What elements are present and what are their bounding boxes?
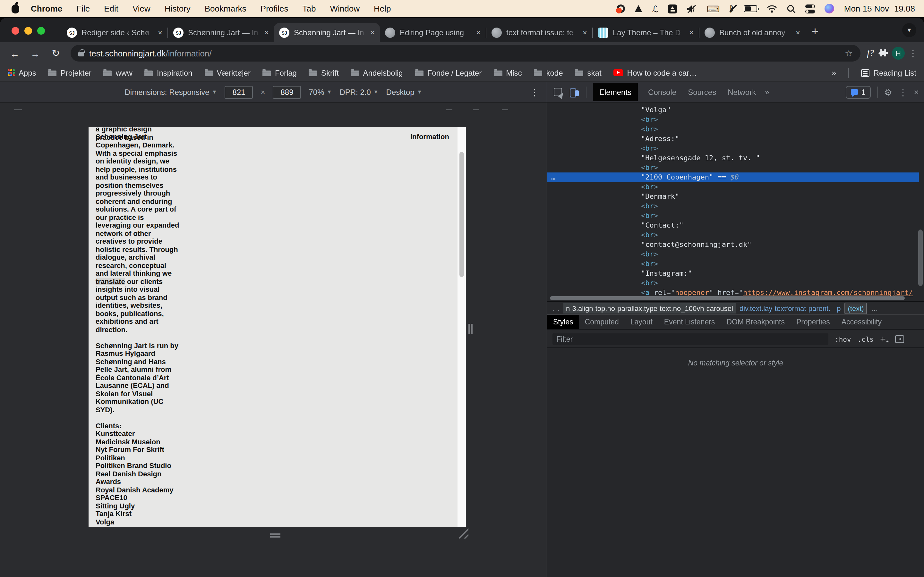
- bookmark-www[interactable]: www: [103, 68, 132, 77]
- device-type-select[interactable]: Desktop ▼: [386, 87, 422, 97]
- new-style-rule-button[interactable]: +: [880, 334, 889, 344]
- zoom-select[interactable]: 70% ▼: [309, 87, 332, 97]
- recording-icon[interactable]: [617, 3, 625, 14]
- apple-menu-icon[interactable]: [11, 4, 19, 13]
- tab-close-icon[interactable]: ×: [796, 28, 800, 37]
- bookmark-how-to-code-a-car-[interactable]: How to code a car…: [614, 68, 697, 77]
- menu-item-file[interactable]: File: [76, 4, 90, 13]
- control-center-icon[interactable]: [806, 3, 815, 14]
- menu-item-profiles[interactable]: Profiles: [260, 4, 288, 13]
- dom-node-row[interactable]: "Adress:": [548, 134, 919, 143]
- dom-node-row[interactable]: <br>: [548, 143, 919, 153]
- viewport-resize-handle-corner[interactable]: [458, 528, 468, 538]
- styles-tab-dom-breakpoints[interactable]: DOM Breakpoints: [720, 315, 790, 329]
- keyboard-icon[interactable]: ⌨: [707, 3, 720, 14]
- dom-node-row[interactable]: <br>: [548, 250, 919, 259]
- dom-node-row[interactable]: "Volga": [548, 105, 919, 115]
- bookmark-star-icon[interactable]: ☆: [845, 48, 853, 58]
- issues-counter[interactable]: 1: [846, 85, 871, 98]
- mute-icon[interactable]: [687, 3, 697, 14]
- bookmark-skrift[interactable]: Skrift: [309, 68, 339, 77]
- device-toolbar-toggle-icon[interactable]: [569, 87, 580, 97]
- tab-close-icon[interactable]: ×: [583, 28, 587, 37]
- tab-close-icon[interactable]: ×: [689, 28, 694, 37]
- page-scrollbar-track[interactable]: [457, 127, 466, 527]
- node-menu-dots[interactable]: …: [551, 172, 556, 182]
- devtools-tab-sources[interactable]: Sources: [687, 83, 717, 101]
- menu-item-chrome[interactable]: Chrome: [31, 4, 62, 13]
- menu-item-tab[interactable]: Tab: [302, 4, 316, 13]
- menu-item-edit[interactable]: Edit: [104, 4, 118, 13]
- viewport-height-input[interactable]: [273, 85, 301, 98]
- battery-icon[interactable]: [744, 3, 758, 14]
- address-bar[interactable]: test.schonningjart.dk/information/ ☆: [71, 45, 861, 61]
- styles-tab-properties[interactable]: Properties: [790, 315, 836, 329]
- dimensions-select[interactable]: Dimensions: Responsive ▼: [124, 87, 217, 97]
- reload-button[interactable]: ↻: [47, 47, 64, 59]
- page-scrollbar-thumb[interactable]: [459, 152, 464, 277]
- menu-item-history[interactable]: History: [165, 4, 191, 13]
- dom-node-row[interactable]: "Instagram:": [548, 269, 919, 278]
- dom-node-row[interactable]: "Helgesensgade 12, st. tv. ": [548, 153, 919, 163]
- tab-7[interactable]: Bunch of old annoy×: [699, 23, 805, 42]
- breadcrumb-item[interactable]: …: [869, 303, 881, 313]
- bookmark-apps[interactable]: Apps: [8, 68, 36, 77]
- devtools-tab-console[interactable]: Console: [647, 83, 678, 101]
- wifi-icon[interactable]: [767, 3, 777, 14]
- viewport-resize-handle-bottom[interactable]: [270, 533, 280, 538]
- site-title[interactable]: Schønning Jart: [95, 133, 147, 140]
- spotlight-icon[interactable]: [787, 3, 796, 14]
- styles-filter-input[interactable]: [552, 333, 829, 345]
- tab-4[interactable]: Editing Page using×: [380, 23, 486, 42]
- maximize-window-button[interactable]: [37, 27, 45, 35]
- dom-node-row[interactable]: <br>: [548, 163, 919, 172]
- inspect-element-icon[interactable]: [552, 87, 563, 97]
- devtools-horizontal-scrollbar[interactable]: [550, 296, 905, 300]
- siri-icon[interactable]: [825, 3, 835, 14]
- minimize-window-button[interactable]: [24, 27, 32, 35]
- profile-avatar[interactable]: H: [892, 47, 905, 60]
- eject-icon[interactable]: [668, 3, 677, 14]
- viewport-resize-handle-right[interactable]: [468, 324, 473, 334]
- sidebar-toggle-icon[interactable]: ◂: [895, 335, 905, 343]
- dom-node-row[interactable]: <br>: [548, 124, 919, 134]
- element-class-toggle[interactable]: .cls: [858, 335, 874, 343]
- bookmark-kode[interactable]: kode: [534, 68, 563, 77]
- devtools-tab-network[interactable]: Network: [726, 83, 757, 101]
- tab-6[interactable]: Lay Theme – The D×: [593, 23, 699, 42]
- styles-tab-styles[interactable]: Styles: [548, 315, 579, 329]
- bluetooth-off-icon[interactable]: ᛒ: [729, 3, 734, 14]
- new-tab-button[interactable]: +: [812, 25, 819, 39]
- extension-f-icon[interactable]: f?: [867, 48, 874, 58]
- bookmark-projekter[interactable]: Projekter: [48, 68, 91, 77]
- dom-node-row[interactable]: …"2100 Copenhagen" == $0: [548, 172, 919, 182]
- breadcrumb-item[interactable]: p: [834, 303, 843, 313]
- devtools-tab-elements[interactable]: Elements: [593, 83, 638, 101]
- menu-item-window[interactable]: Window: [330, 4, 360, 13]
- bookmark-forlag[interactable]: Forlag: [263, 68, 297, 77]
- tab-2[interactable]: SJSchønning Jart — In×: [168, 23, 274, 42]
- dom-node-row[interactable]: "contact@schonningjart.dk": [548, 240, 919, 250]
- bookmark-v-rkt-jer[interactable]: Værktøjer: [205, 68, 250, 77]
- close-window-button[interactable]: [11, 27, 19, 35]
- tab-close-icon[interactable]: ×: [158, 28, 162, 37]
- styles-tab-computed[interactable]: Computed: [579, 315, 625, 329]
- lock-icon[interactable]: [78, 52, 84, 56]
- dpr-select[interactable]: DPR: 2.0 ▼: [339, 87, 378, 97]
- more-tabs-button[interactable]: »: [764, 83, 771, 101]
- information-nav-link[interactable]: Information: [410, 133, 449, 140]
- back-button[interactable]: ←: [6, 48, 23, 59]
- dom-node-row[interactable]: <br>: [548, 182, 919, 192]
- tab-3[interactable]: SJSchønning Jart — In×: [274, 23, 380, 42]
- tab-close-icon[interactable]: ×: [476, 28, 481, 37]
- tab-1[interactable]: SJRediger side ‹ Schø×: [61, 23, 168, 42]
- menu-bar-clock[interactable]: Mon 15 Nov 19.08: [844, 4, 915, 13]
- launchbar-icon[interactable]: ℒ: [652, 3, 658, 14]
- reading-list-button[interactable]: Reading List: [861, 68, 916, 77]
- breadcrumb-item[interactable]: n-3.align-top.no-parallax.type-text.no_1…: [564, 303, 736, 313]
- url-text[interactable]: test.schonningjart.dk/information/: [89, 48, 212, 58]
- device-toolbar-menu-icon[interactable]: ⋮: [530, 87, 539, 97]
- dom-node-row[interactable]: <br>: [548, 278, 919, 288]
- dom-node-row[interactable]: <br>: [548, 211, 919, 221]
- styles-tab-layout[interactable]: Layout: [625, 315, 658, 329]
